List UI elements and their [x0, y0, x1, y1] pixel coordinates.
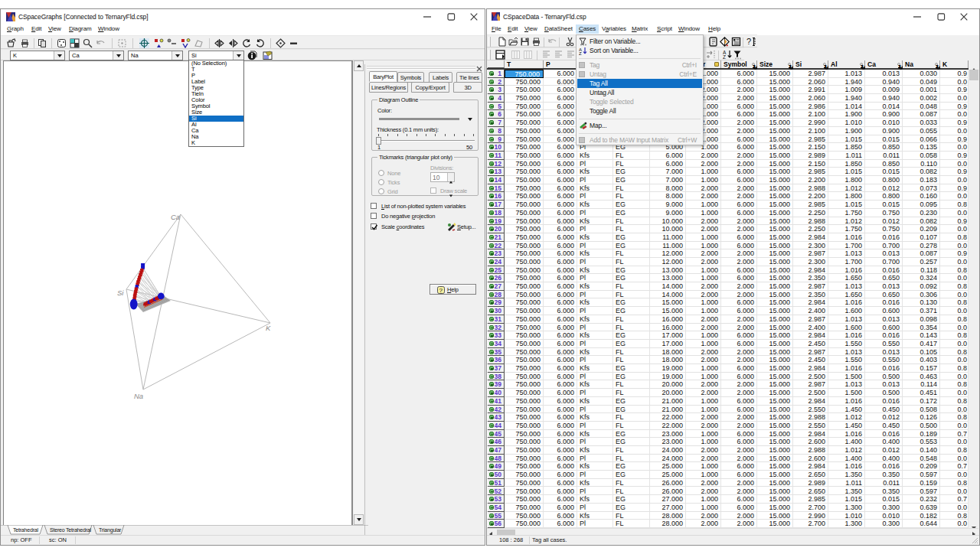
svg-text:Ca: Ca — [171, 213, 180, 221]
svg-text:Na: Na — [134, 392, 143, 400]
svg-text:Z: Z — [723, 54, 726, 60]
svg-text:Si: Si — [117, 289, 124, 297]
svg-text:?: ? — [746, 37, 751, 46]
svg-text:K: K — [266, 324, 271, 332]
svg-text:Stereo Tetrahedral: Stereo Tetrahedral — [50, 527, 92, 533]
svg-text:?: ? — [439, 287, 443, 294]
svg-text:Tetrahedral: Tetrahedral — [13, 527, 38, 533]
svg-text:Triangular: Triangular — [99, 527, 122, 533]
svg-text:Z: Z — [579, 51, 582, 55]
